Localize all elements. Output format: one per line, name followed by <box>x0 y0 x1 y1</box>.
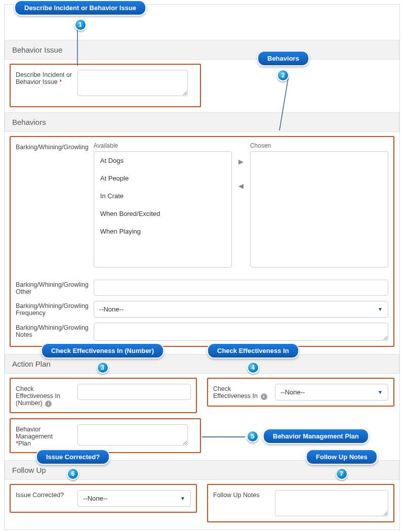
callout-label: Describe Incident or Behavior Issue <box>14 0 146 16</box>
check-effectiveness-group: Check Effectiveness In i --None-- ▼ <box>207 378 394 407</box>
bwg-other-input[interactable] <box>94 280 388 296</box>
issue-corrected-label: Issue Corrected? <box>16 490 72 499</box>
chevron-down-icon: ▼ <box>378 389 383 395</box>
callout-label: Check Effectiveness In <box>207 343 299 359</box>
chevron-down-icon: ▼ <box>378 306 383 312</box>
field-label-text: Check Effectiveness In (Number) <box>16 385 60 407</box>
callout-number: 4 <box>247 362 259 374</box>
section-header-behavior-issue: Behavior Issue <box>5 40 399 60</box>
section-header-behaviors: Behaviors <box>5 112 399 132</box>
callout-issue-corrected: Issue Corrected? 6 <box>36 449 110 480</box>
required-asterisk: * <box>59 78 62 85</box>
callout-number: 3 <box>97 362 109 374</box>
callout-number: 7 <box>336 468 348 480</box>
describe-incident-label: Describe Incident or Behavior Issue * <box>16 70 72 85</box>
callout-label: Check Effectiveness In (Number) <box>41 343 164 359</box>
issue-corrected-group: Issue Corrected? --None-- ▼ <box>10 484 197 513</box>
callout-check-effectiveness-number: Check Effectiveness In (Number) 3 <box>41 343 164 374</box>
callout-number: 6 <box>67 468 79 480</box>
follow-up-notes-label: Follow Up Notes <box>213 490 270 499</box>
list-item[interactable]: At People <box>94 169 231 187</box>
callout-label: Follow Up Notes <box>306 449 378 465</box>
field-label-text: Behavior Management <box>16 426 53 440</box>
bwg-freq-select[interactable]: --None-- ▼ <box>94 301 388 318</box>
available-listbox[interactable]: At Dogs At People In Crate When Bored/Ex… <box>94 151 232 268</box>
callout-label: Issue Corrected? <box>36 449 110 465</box>
bwg-other-label: Barking/Whining/Growling Other <box>16 280 89 295</box>
select-value: --None-- <box>280 388 305 396</box>
list-item[interactable]: When Playing <box>94 223 231 240</box>
bmp-textarea[interactable] <box>77 424 188 446</box>
move-right-icon[interactable]: ▶ <box>236 156 246 166</box>
info-icon[interactable]: i <box>45 401 52 407</box>
check-effectiveness-number-group: Check Effectiveness In (Number) i <box>10 378 197 413</box>
describe-incident-group: Describe Incident or Behavior Issue * <box>10 64 201 107</box>
callout-follow-up-notes: Follow Up Notes 7 <box>306 449 378 480</box>
follow-up-notes-group: Follow Up Notes <box>207 484 394 522</box>
bwg-freq-label: Barking/Whining/Growling Frequency <box>16 301 89 317</box>
behaviors-group: Barking/Whining/Growling Available At Do… <box>10 136 394 347</box>
callout-label: Behaviors <box>257 51 309 66</box>
callout-bmp: 5 Behavior Management Plan <box>247 428 369 444</box>
list-item[interactable]: When Bored/Excited <box>94 205 231 223</box>
chosen-label: Chosen <box>250 142 388 149</box>
chevron-down-icon: ▼ <box>180 496 185 501</box>
list-item[interactable]: At Dogs <box>94 152 231 169</box>
issue-corrected-select[interactable]: --None-- ▼ <box>77 490 191 507</box>
bwg-notes-textarea[interactable] <box>94 323 388 341</box>
form-container: Behavior Issue Describe Incident or Beha… <box>4 4 400 530</box>
callout-number: 5 <box>247 430 259 442</box>
field-label-text: Plan <box>18 440 31 447</box>
callout-number: 2 <box>277 69 289 81</box>
move-left-icon[interactable]: ◀ <box>236 181 246 191</box>
chosen-listbox[interactable] <box>250 151 388 268</box>
callout-behaviors: Behaviors 2 <box>257 51 309 81</box>
field-label-text: Check Effectiveness In <box>213 385 258 400</box>
check-num-input[interactable] <box>77 384 191 400</box>
callout-check-effectiveness: Check Effectiveness In 4 <box>207 343 299 374</box>
info-icon[interactable]: i <box>261 393 267 400</box>
bwg-label: Barking/Whining/Growling <box>16 142 89 268</box>
select-value: --None-- <box>83 495 107 502</box>
bwg-notes-label: Barking/Whining/Growling Notes <box>16 323 89 338</box>
callout-number: 1 <box>74 19 87 31</box>
behavior-management-plan-group: Behavior Management *Plan <box>10 418 201 453</box>
bmp-label: Behavior Management *Plan <box>16 424 72 447</box>
available-label: Available <box>94 142 232 149</box>
bwg-duallist: Available At Dogs At People In Crate Whe… <box>94 142 388 268</box>
select-value: --None-- <box>99 305 124 313</box>
check-num-label: Check Effectiveness In (Number) i <box>16 384 72 407</box>
follow-up-notes-textarea[interactable] <box>275 490 388 516</box>
check-label: Check Effectiveness In i <box>213 384 270 400</box>
check-effectiveness-select[interactable]: --None-- ▼ <box>275 384 388 401</box>
callout-describe-incident: Describe Incident or Behavior Issue 1 <box>14 0 146 31</box>
list-item[interactable]: In Crate <box>94 187 231 205</box>
callout-label: Behavior Management Plan <box>263 428 369 444</box>
field-label-text: Describe Incident or Behavior Issue <box>16 71 72 85</box>
describe-incident-textarea[interactable] <box>77 70 188 96</box>
